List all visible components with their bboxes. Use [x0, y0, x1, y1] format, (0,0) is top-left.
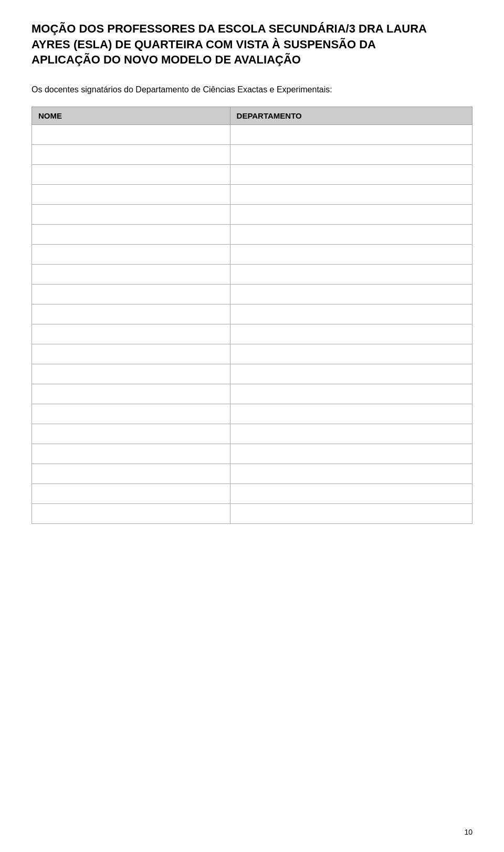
- table-row: [32, 304, 472, 324]
- table-row: [32, 324, 472, 344]
- page-title: MOÇÃO DOS PROFESSORES DA ESCOLA SECUNDÁR…: [32, 21, 472, 68]
- cell-departamento: [230, 265, 472, 285]
- table-row: [32, 364, 472, 384]
- col-nome-header: NOME: [32, 107, 230, 125]
- cell-nome: [32, 125, 230, 145]
- table-row: [32, 265, 472, 285]
- cell-departamento: [230, 245, 472, 265]
- cell-departamento: [230, 384, 472, 404]
- cell-nome: [32, 444, 230, 464]
- cell-nome: [32, 245, 230, 265]
- cell-departamento: [230, 185, 472, 205]
- cell-departamento: [230, 484, 472, 504]
- table-row: [32, 444, 472, 464]
- table-row: [32, 245, 472, 265]
- cell-nome: [32, 324, 230, 344]
- cell-departamento: [230, 464, 472, 484]
- cell-departamento: [230, 285, 472, 304]
- cell-nome: [32, 185, 230, 205]
- cell-departamento: [230, 444, 472, 464]
- cell-nome: [32, 225, 230, 245]
- cell-nome: [32, 504, 230, 524]
- table-row: [32, 225, 472, 245]
- page: MOÇÃO DOS PROFESSORES DA ESCOLA SECUNDÁR…: [0, 0, 504, 852]
- table-row: [32, 165, 472, 185]
- cell-nome: [32, 304, 230, 324]
- table-row: [32, 464, 472, 484]
- table-row: [32, 185, 472, 205]
- table-row: [32, 145, 472, 165]
- signatories-table: NOME DEPARTAMENTO: [32, 107, 472, 524]
- cell-nome: [32, 364, 230, 384]
- cell-departamento: [230, 165, 472, 185]
- table-row: [32, 205, 472, 225]
- cell-departamento: [230, 404, 472, 424]
- table-row: [32, 424, 472, 444]
- cell-nome: [32, 205, 230, 225]
- cell-nome: [32, 145, 230, 165]
- cell-nome: [32, 484, 230, 504]
- cell-departamento: [230, 344, 472, 364]
- cell-departamento: [230, 364, 472, 384]
- cell-departamento: [230, 125, 472, 145]
- table-row: [32, 384, 472, 404]
- cell-departamento: [230, 225, 472, 245]
- table-row: [32, 125, 472, 145]
- table-row: [32, 285, 472, 304]
- page-number: 10: [464, 828, 472, 836]
- signatories-intro: Os docentes signatários do Departamento …: [32, 83, 472, 96]
- col-departamento-header: DEPARTAMENTO: [230, 107, 472, 125]
- cell-departamento: [230, 504, 472, 524]
- cell-departamento: [230, 205, 472, 225]
- cell-nome: [32, 265, 230, 285]
- table-row: [32, 404, 472, 424]
- cell-nome: [32, 344, 230, 364]
- cell-nome: [32, 285, 230, 304]
- title-block: MOÇÃO DOS PROFESSORES DA ESCOLA SECUNDÁR…: [32, 21, 472, 68]
- cell-departamento: [230, 145, 472, 165]
- cell-departamento: [230, 424, 472, 444]
- table-header-row: NOME DEPARTAMENTO: [32, 107, 472, 125]
- table-row: [32, 344, 472, 364]
- table-row: [32, 484, 472, 504]
- cell-nome: [32, 424, 230, 444]
- cell-departamento: [230, 324, 472, 344]
- cell-nome: [32, 464, 230, 484]
- cell-nome: [32, 384, 230, 404]
- cell-departamento: [230, 304, 472, 324]
- cell-nome: [32, 404, 230, 424]
- table-row: [32, 504, 472, 524]
- cell-nome: [32, 165, 230, 185]
